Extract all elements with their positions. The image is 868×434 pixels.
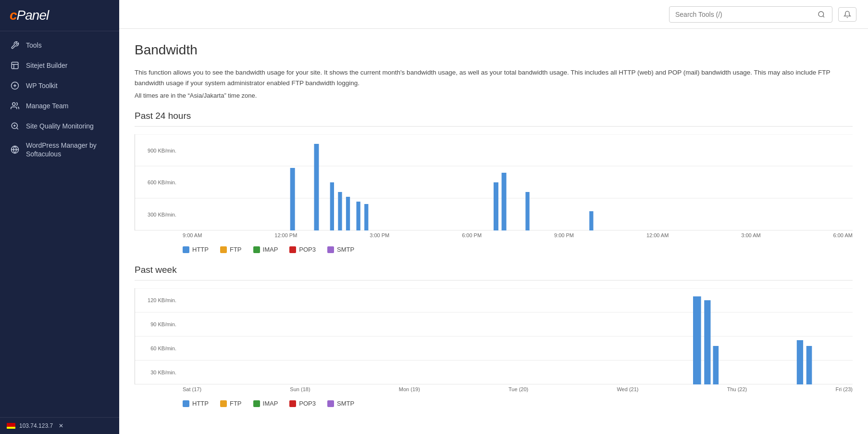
x-label-3am: 3:00 AM bbox=[741, 232, 760, 238]
legend-label-ftp: FTP bbox=[230, 246, 242, 253]
wp-toolkit-label: WP Toolkit bbox=[26, 81, 58, 90]
legend-week-smtp: SMTP bbox=[327, 400, 354, 407]
section-title-24h: Past 24 hours bbox=[135, 111, 853, 127]
header bbox=[119, 0, 868, 29]
x-axis-week: Sat (17) Sun (18) Mon (19) Tue (20) Wed … bbox=[183, 384, 853, 392]
x-label-thu: Thu (22) bbox=[727, 386, 747, 392]
close-ip-icon[interactable]: ✕ bbox=[59, 422, 63, 429]
x-label-12pm: 12:00 PM bbox=[274, 232, 297, 238]
legend-label-smtp: SMTP bbox=[337, 246, 354, 253]
notifications-button[interactable] bbox=[838, 7, 856, 22]
chart-svg-24h bbox=[135, 134, 853, 230]
cpanel-logo: cPanel bbox=[10, 8, 110, 23]
legend-week-box-http bbox=[183, 400, 189, 407]
svg-rect-18 bbox=[494, 182, 498, 230]
y-label-300: 300 KB/min. bbox=[135, 212, 176, 217]
sidebar-item-sitejet[interactable]: Sitejet Builder bbox=[0, 55, 119, 76]
chart-svg-week bbox=[135, 288, 853, 384]
y-axis-24h: 300 KB/min. 600 KB/min. 900 KB/min. bbox=[135, 134, 180, 230]
svg-rect-29 bbox=[704, 300, 710, 384]
y-label-900: 900 KB/min. bbox=[135, 148, 176, 153]
legend-label-imap: IMAP bbox=[263, 246, 278, 253]
legend-week-imap: IMAP bbox=[253, 400, 278, 407]
content-area: Bandwidth This function allows you to se… bbox=[119, 29, 868, 434]
y-label-90: 90 KB/min. bbox=[135, 321, 176, 327]
team-icon bbox=[10, 101, 20, 111]
sidebar-item-wp-toolkit[interactable]: WP Toolkit bbox=[0, 76, 119, 96]
main-area: Bandwidth This function allows you to se… bbox=[119, 0, 868, 434]
y-axis-week: 30 KB/min. 60 KB/min. 90 KB/min. 120 KB/… bbox=[135, 288, 180, 384]
x-label-sat: Sat (17) bbox=[183, 386, 201, 392]
site-quality-label: Site Quality Monitoring bbox=[26, 122, 94, 130]
svg-rect-19 bbox=[502, 173, 507, 230]
svg-point-5 bbox=[818, 12, 824, 17]
wordpress-manager-icon bbox=[10, 144, 20, 155]
flag-icon bbox=[7, 423, 15, 429]
y-label-600: 600 KB/min. bbox=[135, 179, 176, 185]
legend-week-label-imap: IMAP bbox=[263, 400, 278, 407]
x-label-9am: 9:00 AM bbox=[183, 232, 202, 238]
svg-rect-11 bbox=[290, 168, 295, 230]
legend-http: HTTP bbox=[183, 246, 209, 253]
sidebar-logo: cPanel bbox=[0, 0, 119, 31]
legend-week-box-smtp bbox=[327, 400, 334, 407]
timezone-note: All times are in the “Asia/Jakarta” time… bbox=[135, 92, 853, 99]
site-quality-icon bbox=[10, 121, 20, 131]
search-button[interactable] bbox=[817, 10, 826, 19]
chart-section-24h: Past 24 hours 300 KB/min. 600 KB/min. 90… bbox=[135, 111, 853, 253]
legend-week-label-pop3: POP3 bbox=[299, 400, 316, 407]
svg-rect-28 bbox=[693, 296, 701, 384]
svg-rect-0 bbox=[12, 62, 18, 69]
sidebar-footer: 103.74.123.7 ✕ bbox=[0, 417, 119, 434]
legend-smtp: SMTP bbox=[327, 246, 354, 253]
chart-24h-container: 300 KB/min. 600 KB/min. 900 KB/min. bbox=[135, 134, 853, 238]
svg-rect-14 bbox=[338, 192, 342, 230]
wordpress-manager-label: WordPress Manager by Softaculous bbox=[26, 141, 110, 158]
x-label-6pm: 6:00 PM bbox=[462, 232, 482, 238]
legend-week: HTTP FTP IMAP POP3 SMTP bbox=[183, 400, 853, 407]
chart-week-container: 30 KB/min. 60 KB/min. 90 KB/min. 120 KB/… bbox=[135, 288, 853, 392]
x-label-wed: Wed (21) bbox=[617, 386, 638, 392]
legend-box-imap bbox=[253, 246, 260, 253]
search-input[interactable] bbox=[675, 11, 813, 18]
legend-week-pop3: POP3 bbox=[289, 400, 316, 407]
x-label-12am: 12:00 AM bbox=[646, 232, 669, 238]
x-axis-24h: 9:00 AM 12:00 PM 3:00 PM 6:00 PM 9:00 PM… bbox=[183, 230, 853, 238]
legend-box-ftp bbox=[220, 246, 227, 253]
sidebar-item-manage-team[interactable]: Manage Team bbox=[0, 96, 119, 116]
tools-label: Tools bbox=[26, 41, 42, 50]
legend-ftp: FTP bbox=[220, 246, 242, 253]
sidebar: cPanel Tools Sitejet Builder bbox=[0, 0, 119, 434]
svg-rect-21 bbox=[589, 211, 593, 230]
legend-24h: HTTP FTP IMAP POP3 SMTP bbox=[183, 246, 853, 253]
search-box[interactable] bbox=[669, 6, 832, 23]
x-label-tue: Tue (20) bbox=[508, 386, 528, 392]
x-label-mon: Mon (19) bbox=[399, 386, 420, 392]
legend-week-box-ftp bbox=[220, 400, 227, 407]
x-label-3pm: 3:00 PM bbox=[370, 232, 389, 238]
page-title: Bandwidth bbox=[135, 42, 853, 58]
sidebar-nav: Tools Sitejet Builder WP Toolkit bbox=[0, 31, 119, 417]
svg-rect-15 bbox=[346, 197, 350, 230]
sidebar-item-site-quality[interactable]: Site Quality Monitoring bbox=[0, 116, 119, 136]
sidebar-item-tools[interactable]: Tools bbox=[0, 35, 119, 55]
x-label-fri: Fri (23) bbox=[835, 386, 852, 392]
legend-week-label-http: HTTP bbox=[192, 400, 209, 407]
y-label-120: 120 KB/min. bbox=[135, 297, 176, 303]
y-label-60: 60 KB/min. bbox=[135, 345, 176, 351]
ip-address: 103.74.123.7 bbox=[19, 422, 53, 429]
svg-rect-30 bbox=[713, 346, 719, 384]
legend-week-box-pop3 bbox=[289, 400, 296, 407]
manage-team-label: Manage Team bbox=[26, 102, 68, 110]
sidebar-item-wordpress-manager[interactable]: WordPress Manager by Softaculous bbox=[0, 136, 119, 163]
legend-label-pop3: POP3 bbox=[299, 246, 316, 253]
legend-week-http: HTTP bbox=[183, 400, 209, 407]
legend-imap: IMAP bbox=[253, 246, 278, 253]
chart-section-week: Past week 30 KB/min. 60 KB/min. 90 KB/mi… bbox=[135, 265, 853, 407]
svg-rect-32 bbox=[806, 346, 812, 384]
legend-box-http bbox=[183, 246, 189, 253]
page-description: This function allows you to see the band… bbox=[135, 67, 853, 88]
svg-rect-13 bbox=[330, 182, 334, 230]
legend-week-label-smtp: SMTP bbox=[337, 400, 354, 407]
legend-label-http: HTTP bbox=[192, 246, 209, 253]
